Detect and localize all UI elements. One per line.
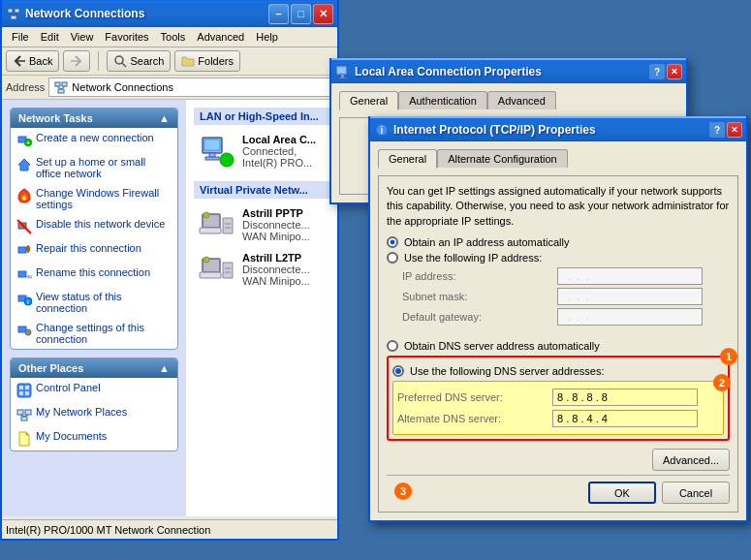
svg-line-6 [122,63,126,67]
preferred-dns-input[interactable] [552,389,698,406]
menu-favorites[interactable]: Favorites [99,29,154,45]
control-panel-label: Control Panel [36,382,101,393]
my-network-icon [16,407,32,422]
tcpip-tab-content: You can get IP settings assigned automat… [378,175,738,513]
sidebar-item-home[interactable]: Set up a home or small office network [11,152,177,183]
home-network-label: Set up a home or small office network [36,156,172,179]
menu-view[interactable]: View [65,29,100,45]
repair-label: Repair this connection [36,242,141,254]
lan-dialog-help[interactable]: ? [649,64,665,79]
manual-dns-radio[interactable] [392,365,404,377]
tcpip-icon: i [374,122,390,138]
disable-label: Disable this network device [36,218,165,230]
sidebar-item-repair[interactable]: Repair this connection [11,238,177,263]
home-network-icon [16,157,32,172]
manual-ip-option[interactable]: Use the following IP address: [387,252,730,264]
subnet-label: Subnet mask: [402,291,557,302]
minimize-button[interactable]: – [268,4,289,24]
folders-label: Folders [198,55,234,67]
sidebar-item-settings[interactable]: Change settings of this connection [11,318,177,349]
menu-advanced[interactable]: Advanced [191,29,250,45]
control-panel-icon [16,383,32,398]
tcpip-description: You can get IP settings assigned automat… [387,184,730,229]
lan-section-header: LAN or High-Speed In... [194,108,329,125]
subnet-input[interactable] [557,288,703,305]
ok-cancel-row: 3 OK Cancel [387,475,730,504]
sidebar-item-my-docs[interactable]: My Documents [11,426,177,451]
badge-2: 2 [713,374,731,391]
sidebar-item-firewall[interactable]: 🔥 Change Windows Firewall settings [11,183,177,214]
forward-button[interactable] [63,50,90,72]
tcpip-tab-alternate[interactable]: Alternate Configuration [437,149,568,168]
lan-dialog-title: Local Area Connection Properties [355,65,649,78]
svg-rect-9 [58,89,64,93]
auto-dns-option[interactable]: Obtain DNS server address automatically [387,340,730,352]
lan-tab-bar: General Authentication Advanced [339,91,678,109]
tab-authentication[interactable]: Authentication [398,91,487,109]
alternate-dns-input[interactable] [552,410,698,427]
preferred-dns-label: Preferred DNS server: [397,391,552,403]
collapse-icon: ▲ [159,112,170,124]
sidebar-item-control-panel[interactable]: Control Panel [11,378,177,402]
other-places-collapse: ▲ [159,362,170,374]
ip-address-label: IP address: [402,270,557,282]
cancel-button[interactable]: Cancel [662,482,730,504]
lan-dialog-close[interactable]: ✕ [667,64,682,79]
toolbar: Back Search Folders [2,47,337,76]
alternate-dns-label: Alternate DNS server: [397,413,552,424]
manual-ip-radio[interactable] [387,252,398,264]
address-box[interactable]: Network Connections [48,78,333,97]
close-button[interactable]: ✕ [313,4,333,24]
gateway-input[interactable] [557,308,703,326]
back-button[interactable]: Back [6,50,59,72]
network-tasks-title: Network Tasks [18,112,93,124]
ok-button[interactable]: OK [588,482,656,504]
sidebar-item-create[interactable]: + Create a new connection [11,128,177,152]
auto-ip-radio[interactable] [387,236,398,248]
sidebar-item-status[interactable]: i View status of this connection [11,287,177,318]
auto-dns-radio[interactable] [387,340,398,352]
gateway-field: Default gateway: [402,308,730,326]
create-conn-label: Create a new connection [36,132,154,143]
menu-tools[interactable]: Tools [155,29,192,45]
addressbar: Address Network Connections [2,76,337,100]
maximize-button[interactable]: □ [291,4,311,24]
svg-point-53 [391,240,395,245]
other-places-header[interactable]: Other Places ▲ [11,358,177,378]
menubar: File Edit View Favorites Tools Advanced … [2,27,337,47]
svg-point-40 [220,153,234,167]
menu-file[interactable]: File [6,29,35,45]
sidebar-item-rename[interactable]: ✏ Rename this connection [11,263,177,287]
vpn-l2tp-detail: WAN Minipo... [242,275,310,287]
auto-dns-label: Obtain DNS server address automatically [404,340,600,352]
tab-general[interactable]: General [339,91,398,110]
toolbar-separator [98,51,99,71]
advanced-button[interactable]: Advanced... [652,449,730,471]
sidebar-item-disable[interactable]: Disable this network device [11,214,177,238]
search-label: Search [130,55,164,67]
tcpip-tab-general[interactable]: General [378,149,437,169]
svg-text:i: i [27,297,29,306]
network-tasks-header[interactable]: Network Tasks ▲ [11,109,177,128]
settings-icon [16,323,32,338]
vpn-section-header: Virtual Private Netw... [194,181,329,199]
vpn-item-l2tp[interactable]: Astrill L2TP Disconnecte... WAN Minipo..… [194,247,329,292]
tcpip-help-button[interactable]: ? [709,122,725,138]
content-area: LAN or High-Speed In... Local Area C... … [186,100,337,516]
vpn-pptp-status: Disconnecte... [242,219,310,231]
auto-ip-option[interactable]: Obtain an IP address automatically [387,236,730,248]
menu-help[interactable]: Help [250,29,284,45]
tcpip-close-button[interactable]: ✕ [727,122,742,138]
vpn-item-pptp[interactable]: Astrill PPTP Disconnecte... WAN Minipo..… [194,202,329,247]
main-network-window: Network Connections – □ ✕ File Edit View… [0,0,339,541]
rename-icon: ✏ [16,267,32,283]
lan-item[interactable]: Local Area C... Connected, Intel(R) PRO.… [194,129,329,173]
search-button[interactable]: Search [107,50,171,72]
menu-edit[interactable]: Edit [35,29,65,45]
folders-button[interactable]: Folders [174,50,240,72]
auto-ip-label: Obtain an IP address automatically [404,236,569,248]
tab-advanced[interactable]: Advanced [487,91,556,109]
ip-address-input[interactable] [557,267,703,285]
manual-dns-option[interactable]: Use the following DNS server addresses: [392,365,724,377]
sidebar-item-my-network[interactable]: My Network Places [11,402,177,426]
